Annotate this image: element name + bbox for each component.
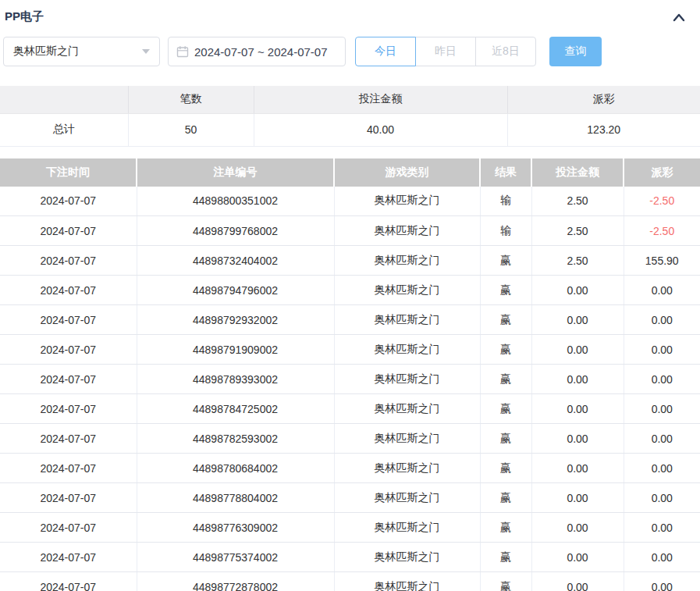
bet-table-body: 2024-07-07 44898800351002 奥林匹斯之门 输 2.50 … [0, 187, 700, 591]
date-range-value: 2024-07-07 ~ 2024-07-07 [194, 45, 328, 59]
cell-result: 赢 [480, 246, 531, 276]
cell-order-number: 44898782593002 [137, 424, 334, 454]
cell-game-type: 奥林匹斯之门 [334, 454, 480, 483]
summary-table: 笔数 投注金额 派彩 总计 50 40.00 123.20 [0, 86, 700, 147]
cell-result: 输 [480, 216, 531, 246]
cell-game-type: 奥林匹斯之门 [334, 335, 480, 365]
col-header-game-type: 游戏类别 [334, 158, 480, 187]
col-header-bet-time: 下注时间 [0, 158, 137, 187]
cell-bet-time: 2024-07-07 [0, 394, 137, 424]
cell-bet-time: 2024-07-07 [0, 424, 137, 454]
cell-bet-amount: 0.00 [531, 276, 624, 305]
cell-result: 赢 [480, 543, 531, 572]
cell-payout: 0.00 [624, 483, 700, 513]
date-range-input[interactable]: 2024-07-07 ~ 2024-07-07 [168, 37, 346, 66]
summary-total-label: 总计 [0, 113, 128, 146]
game-select[interactable]: 奥林匹斯之门 [3, 37, 160, 66]
cell-order-number: 44898732404002 [137, 246, 334, 276]
cell-game-type: 奥林匹斯之门 [334, 513, 480, 543]
cell-payout: 0.00 [624, 365, 700, 394]
cell-bet-amount: 2.50 [531, 216, 624, 246]
cell-payout: 0.00 [624, 543, 700, 572]
col-header-payout: 派彩 [624, 158, 700, 187]
cell-game-type: 奥林匹斯之门 [334, 216, 480, 246]
cell-bet-time: 2024-07-07 [0, 454, 137, 483]
summary-total-payout: 123.20 [507, 113, 700, 146]
cell-bet-amount: 0.00 [531, 365, 624, 394]
cell-bet-amount: 2.50 [531, 187, 624, 216]
cell-order-number: 44898772878002 [137, 572, 334, 591]
cell-result: 输 [480, 187, 531, 216]
table-row: 2024-07-07 44898800351002 奥林匹斯之门 输 2.50 … [0, 187, 700, 216]
cell-bet-time: 2024-07-07 [0, 276, 137, 305]
table-row: 2024-07-07 44898792932002 奥林匹斯之门 赢 0.00 … [0, 305, 700, 335]
today-button[interactable]: 今日 [355, 37, 416, 66]
cell-bet-amount: 2.50 [531, 246, 624, 276]
cell-result: 赢 [480, 424, 531, 454]
cell-game-type: 奥林匹斯之门 [334, 483, 480, 513]
cell-bet-amount: 0.00 [531, 335, 624, 365]
cell-order-number: 44898789393002 [137, 365, 334, 394]
cell-payout: 0.00 [624, 572, 700, 591]
cell-bet-time: 2024-07-07 [0, 216, 137, 246]
table-row: 2024-07-07 44898791909002 奥林匹斯之门 赢 0.00 … [0, 335, 700, 365]
cell-bet-time: 2024-07-07 [0, 483, 137, 513]
cell-payout: 0.00 [624, 424, 700, 454]
cell-order-number: 44898780684002 [137, 454, 334, 483]
cell-payout: 0.00 [624, 394, 700, 424]
table-row: 2024-07-07 44898732404002 奥林匹斯之门 赢 2.50 … [0, 246, 700, 276]
cell-result: 赢 [480, 483, 531, 513]
cell-bet-time: 2024-07-07 [0, 246, 137, 276]
quick-range-group: 今日 昨日 近8日 [355, 37, 536, 66]
cell-payout: 0.00 [624, 305, 700, 335]
cell-bet-amount: 0.00 [531, 394, 624, 424]
cell-game-type: 奥林匹斯之门 [334, 572, 480, 591]
chevron-down-icon [142, 49, 150, 54]
table-row: 2024-07-07 44898775374002 奥林匹斯之门 赢 0.00 … [0, 543, 700, 572]
table-row: 2024-07-07 44898794796002 奥林匹斯之门 赢 0.00 … [0, 276, 700, 305]
last-8-days-button[interactable]: 近8日 [475, 37, 536, 66]
cell-bet-time: 2024-07-07 [0, 365, 137, 394]
panel-header: PP电子 [0, 0, 700, 25]
cell-bet-time: 2024-07-07 [0, 305, 137, 335]
table-row: 2024-07-07 44898789393002 奥林匹斯之门 赢 0.00 … [0, 365, 700, 394]
summary-col-bet-amount: 投注金额 [254, 86, 507, 113]
cell-game-type: 奥林匹斯之门 [334, 305, 480, 335]
cell-game-type: 奥林匹斯之门 [334, 276, 480, 305]
summary-col-blank [0, 86, 128, 113]
cell-game-type: 奥林匹斯之门 [334, 246, 480, 276]
pp-electronic-panel: PP电子 奥林匹斯之门 2024-07-07 ~ 2024-07-07 [0, 0, 700, 591]
table-row: 2024-07-07 44898772878002 奥林匹斯之门 赢 0.00 … [0, 572, 700, 591]
cell-game-type: 奥林匹斯之门 [334, 394, 480, 424]
table-row: 2024-07-07 44898778804002 奥林匹斯之门 赢 0.00 … [0, 483, 700, 513]
cell-result: 赢 [480, 513, 531, 543]
cell-result: 赢 [480, 454, 531, 483]
cell-order-number: 44898791909002 [137, 335, 334, 365]
cell-result: 赢 [480, 572, 531, 591]
summary-total-bet-amount: 40.00 [254, 113, 507, 146]
cell-payout: 0.00 [624, 276, 700, 305]
table-row: 2024-07-07 44898799768002 奥林匹斯之门 输 2.50 … [0, 216, 700, 246]
cell-result: 赢 [480, 276, 531, 305]
cell-order-number: 44898784725002 [137, 394, 334, 424]
cell-bet-amount: 0.00 [531, 305, 624, 335]
cell-bet-amount: 0.00 [531, 572, 624, 591]
cell-result: 赢 [480, 394, 531, 424]
col-header-order-number: 注单编号 [137, 158, 334, 187]
cell-payout: 155.90 [624, 246, 700, 276]
summary-col-count: 笔数 [128, 86, 254, 113]
cell-bet-amount: 0.00 [531, 513, 624, 543]
yesterday-button[interactable]: 昨日 [415, 37, 476, 66]
cell-game-type: 奥林匹斯之门 [334, 424, 480, 454]
col-header-result: 结果 [480, 158, 531, 187]
cell-order-number: 44898800351002 [137, 187, 334, 216]
bet-records-table: 下注时间 注单编号 游戏类别 结果 投注金额 派彩 2024-07-07 448… [0, 158, 700, 591]
chevron-up-icon[interactable] [672, 12, 686, 23]
col-header-bet-amount: 投注金额 [531, 158, 624, 187]
cell-bet-amount: 0.00 [531, 454, 624, 483]
cell-result: 赢 [480, 305, 531, 335]
cell-result: 赢 [480, 335, 531, 365]
search-button[interactable]: 查询 [549, 37, 602, 66]
cell-bet-time: 2024-07-07 [0, 513, 137, 543]
cell-order-number: 44898775374002 [137, 543, 334, 572]
